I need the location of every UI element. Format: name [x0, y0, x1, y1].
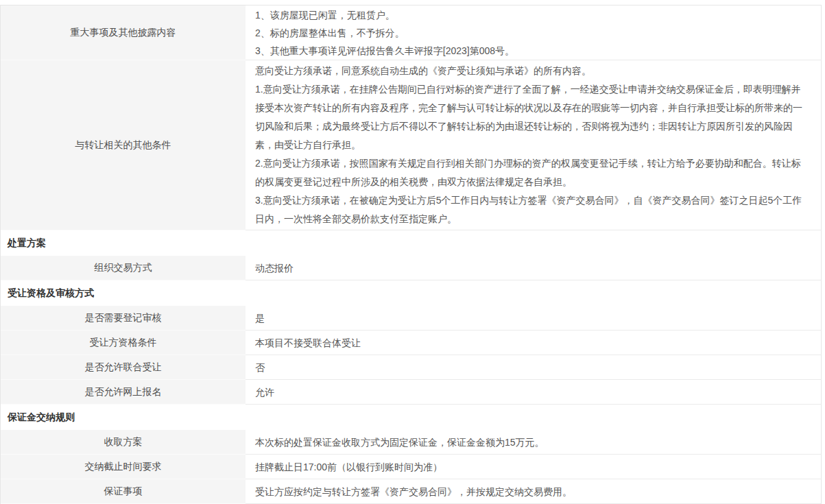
row-value: 允许 [246, 380, 821, 405]
row-label: 交纳截止时间要求 [1, 455, 246, 479]
table-row-collection-plan: 收取方案 本次标的处置保证金收取方式为固定保证金，保证金金额为15万元。 [1, 430, 821, 455]
value-paragraph: 3.意向受让方须承诺，在被确定为受让方后5个工作日内与转让方签署《资产交易合同》… [255, 191, 806, 228]
row-value: 意向受让方须承诺，同意系统自动生成的《资产受让须知与承诺》的所有内容。 1.意向… [246, 60, 821, 230]
value-paragraph: 2.意向受让方须承诺，按照国家有关规定自行到相关部门办理标的资产的权属变更登记手… [255, 154, 806, 191]
row-value: 本项目不接受联合体受让 [246, 331, 821, 355]
value-line: 2、标的房屋整体出售，不予拆分。 [255, 24, 806, 42]
value-text: 是 [255, 309, 806, 327]
row-label: 收取方案 [1, 430, 246, 455]
section-header-disposal-plan: 处置方案 [1, 230, 821, 256]
table-row-major-disclosures: 重大事项及其他披露内容 1、该房屋现已闲置，无租赁户。 2、标的房屋整体出售，不… [1, 5, 821, 60]
value-text: 受让方应按约定与转让方签署《资产交易合同》，并按规定交纳交易费用。 [255, 483, 806, 501]
value-paragraph: 意向受让方须承诺，同意系统自动生成的《资产受让须知与承诺》的所有内容。 [255, 62, 806, 80]
row-value: 是 [246, 306, 821, 331]
listing-info-table: 重大事项及其他披露内容 1、该房屋现已闲置，无租赁户。 2、标的房屋整体出售，不… [0, 5, 822, 504]
row-value: 动态报价 [246, 256, 821, 280]
row-value: 1、该房屋现已闲置，无租赁户。 2、标的房屋整体出售，不予拆分。 3、其他重大事… [246, 5, 821, 60]
value-text: 挂牌截止日17:00前（以银行到账时间为准） [255, 458, 806, 476]
row-value: 否 [246, 355, 821, 380]
value-text: 允许 [255, 383, 806, 401]
table-row-registration-review: 是否需要登记审核 是 [1, 306, 821, 331]
section-header-deposit-rules: 保证金交纳规则 [1, 405, 821, 430]
row-label: 与转让相关的其他条件 [1, 60, 246, 230]
value-line: 1、该房屋现已闲置，无租赁户。 [255, 6, 806, 24]
table-row-payment-deadline: 交纳截止时间要求 挂牌截止日17:00前（以银行到账时间为准） [1, 455, 821, 479]
row-value: 本次标的处置保证金收取方式为固定保证金，保证金金额为15万元。 [246, 430, 821, 455]
value-paragraph: 1.意向受让方须承诺，在挂牌公告期间已自行对标的资产进行了全面了解，一经递交受让… [255, 80, 806, 154]
table-row-other-transfer-conditions: 与转让相关的其他条件 意向受让方须承诺，同意系统自动生成的《资产受让须知与承诺》… [1, 60, 821, 230]
value-text: 否 [255, 359, 806, 376]
row-label: 重大事项及其他披露内容 [1, 5, 246, 60]
table-row-online-registration-allowed: 是否允许网上报名 允许 [1, 380, 821, 405]
table-row-trade-method: 组织交易方式 动态报价 [1, 256, 821, 280]
row-value: 受让方应按约定与转让方签署《资产交易合同》，并按规定交纳交易费用。 [246, 479, 821, 504]
value-text: 本次标的处置保证金收取方式为固定保证金，保证金金额为15万元。 [255, 433, 806, 451]
value-text: 动态报价 [255, 259, 806, 277]
asset-listing-detail-page: 重大事项及其他披露内容 1、该房屋现已闲置，无租赁户。 2、标的房屋整体出售，不… [0, 0, 825, 504]
row-label: 受让方资格条件 [1, 331, 246, 355]
row-value: 挂牌截止日17:00前（以银行到账时间为准） [246, 455, 821, 479]
value-text: 本项目不接受联合体受让 [255, 334, 806, 352]
row-label: 是否允许网上报名 [1, 380, 246, 405]
section-header-transferee-qualification: 受让资格及审核方式 [1, 280, 821, 306]
table-row-transferee-conditions: 受让方资格条件 本项目不接受联合体受让 [1, 331, 821, 355]
row-label: 是否需要登记审核 [1, 306, 246, 331]
row-label: 组织交易方式 [1, 256, 246, 280]
row-label: 保证事项 [1, 479, 246, 504]
value-line: 3、其他重大事项详见评估报告鲁久丰评报字[2023]第008号。 [255, 42, 806, 60]
table-row-guarantee-matters: 保证事项 受让方应按约定与转让方签署《资产交易合同》，并按规定交纳交易费用。 [1, 479, 821, 504]
row-label: 是否允许联合受让 [1, 355, 246, 380]
table-row-joint-transfer-allowed: 是否允许联合受让 否 [1, 355, 821, 380]
